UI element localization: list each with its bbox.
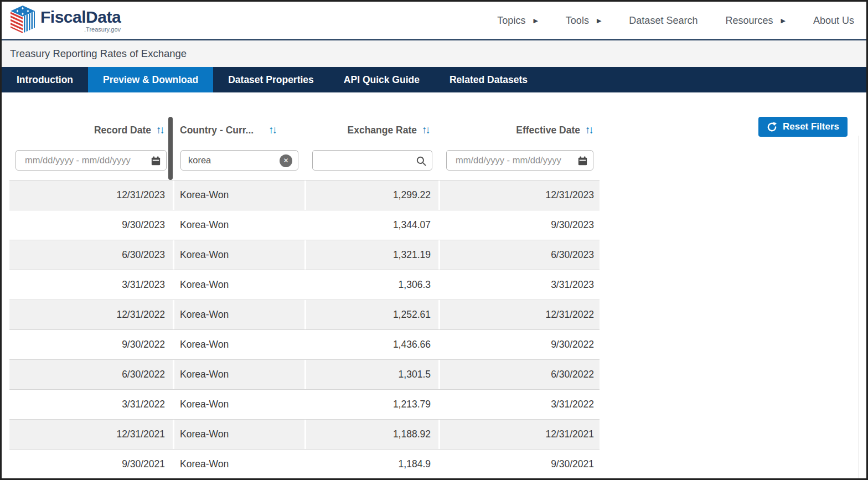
cell-country-currency: Korea-Won	[174, 300, 304, 329]
cell-exchange-rate: 1,301.5	[306, 360, 438, 389]
cell-effective-date: 3/31/2023	[440, 270, 600, 300]
cell-record-date: 12/31/2022	[9, 300, 173, 329]
cell-exchange-rate: 1,299.22	[306, 180, 438, 210]
table-row: 6/30/2023Korea-Won1,321.196/30/2023	[9, 240, 600, 270]
filter-value: korea	[188, 155, 211, 166]
sort-icon[interactable]: ↑↓	[585, 124, 594, 136]
table-head: Record Date ↑↓ Country - Curr... ↑↓ Exch…	[9, 116, 600, 180]
refresh-icon	[767, 122, 777, 132]
dataset-title-bar: Treasury Reporting Rates of Exchange	[2, 40, 866, 67]
caret-right-icon: ▶	[533, 18, 538, 24]
nav-label: About Us	[813, 15, 854, 27]
calendar-icon[interactable]	[151, 156, 161, 166]
cell-effective-date: 9/30/2021	[440, 450, 600, 479]
cell-country-currency: Korea-Won	[174, 450, 304, 479]
nav-item-topics[interactable]: Topics ▶	[497, 15, 538, 27]
sort-icon[interactable]: ↑↓	[422, 124, 431, 136]
site-header: FiscalData .Treasury.gov Topics ▶ Tools …	[2, 2, 866, 40]
filter-cell-record-date	[9, 144, 173, 173]
cell-record-date: 9/30/2021	[9, 450, 173, 479]
scroll-rail	[859, 136, 859, 480]
cell-effective-date: 9/30/2022	[440, 330, 600, 359]
cell-effective-date: 9/30/2023	[440, 210, 600, 240]
cell-country-currency: Korea-Won	[174, 240, 304, 270]
cell-country-currency: Korea-Won	[174, 330, 304, 359]
caret-right-icon: ▶	[597, 18, 601, 24]
cell-effective-date: 12/31/2022	[440, 300, 600, 329]
filter-row: korea ✕	[9, 144, 600, 173]
column-label: Country - Curr...	[180, 125, 254, 136]
cell-country-currency: Korea-Won	[174, 390, 304, 419]
main-nav: Topics ▶ Tools ▶ Dataset Search Resource…	[497, 15, 854, 27]
column-label: Record Date	[94, 125, 151, 136]
table-row: 6/30/2022Korea-Won1,301.56/30/2022	[9, 359, 600, 389]
nav-label: Resources	[725, 15, 773, 27]
cell-exchange-rate: 1,306.3	[306, 270, 438, 300]
column-label: Effective Date	[516, 125, 580, 136]
nav-label: Tools	[566, 15, 589, 27]
fiscaldata-logo[interactable]: FiscalData .Treasury.gov	[9, 5, 121, 37]
cell-record-date: 6/30/2023	[9, 240, 173, 270]
table-row: 12/31/2022Korea-Won1,252.6112/31/2022	[9, 300, 600, 329]
cell-exchange-rate: 1,252.61	[306, 300, 438, 329]
brand-name: FiscalData	[40, 9, 121, 25]
sort-icon[interactable]: ↑↓	[268, 124, 277, 136]
column-resize-handle[interactable]	[168, 117, 173, 180]
cell-effective-date: 12/31/2021	[440, 420, 600, 449]
clear-filter-icon[interactable]: ✕	[280, 154, 292, 167]
cell-record-date: 3/31/2022	[9, 390, 173, 419]
cell-exchange-rate: 1,213.79	[306, 390, 438, 419]
calendar-icon[interactable]	[578, 156, 587, 166]
cell-country-currency: Korea-Won	[174, 180, 304, 210]
tab-api-quick-guide[interactable]: API Quick Guide	[329, 67, 435, 92]
app-window: FiscalData .Treasury.gov Topics ▶ Tools …	[0, 0, 868, 480]
column-header-record-date[interactable]: Record Date ↑↓	[9, 124, 173, 136]
reset-filters-label: Reset Filters	[783, 121, 839, 132]
column-label: Exchange Rate	[348, 125, 417, 136]
header-row: Record Date ↑↓ Country - Curr... ↑↓ Exch…	[9, 116, 600, 144]
nav-label: Dataset Search	[629, 15, 698, 27]
cell-country-currency: Korea-Won	[174, 360, 304, 389]
record-date-filter-input[interactable]	[16, 150, 167, 171]
preview-content: Reset Filters Record Date ↑↓ Country - C…	[2, 116, 866, 480]
cell-record-date: 3/31/2023	[9, 270, 173, 300]
table-row: 9/30/2022Korea-Won1,436.669/30/2022	[9, 329, 600, 359]
exchange-rate-filter-input[interactable]	[312, 150, 432, 171]
nav-item-resources[interactable]: Resources ▶	[725, 15, 786, 27]
treasury-cube-icon	[9, 5, 36, 37]
table-row: 12/31/2023Korea-Won1,299.2212/31/2023	[9, 180, 600, 210]
cell-exchange-rate: 1,321.19	[306, 240, 438, 270]
cell-exchange-rate: 1,344.07	[306, 210, 438, 240]
nav-item-dataset-search[interactable]: Dataset Search	[629, 15, 698, 27]
nav-item-tools[interactable]: Tools ▶	[566, 15, 602, 27]
table-body: 12/31/2023Korea-Won1,299.2212/31/20239/3…	[9, 180, 600, 479]
table-row: 9/30/2023Korea-Won1,344.079/30/2023	[9, 210, 600, 240]
cell-record-date: 12/31/2021	[9, 420, 173, 449]
cell-effective-date: 12/31/2023	[440, 180, 600, 210]
table-row: 3/31/2023Korea-Won1,306.33/31/2023	[9, 270, 600, 300]
nav-label: Topics	[497, 15, 525, 27]
brand-subtitle: .Treasury.gov	[84, 26, 121, 33]
column-header-country-currency[interactable]: Country - Curr... ↑↓	[174, 124, 304, 136]
search-icon[interactable]	[416, 156, 426, 166]
tab-related-datasets[interactable]: Related Datasets	[435, 67, 542, 92]
cell-country-currency: Korea-Won	[174, 210, 304, 240]
column-header-exchange-rate[interactable]: Exchange Rate ↑↓	[306, 124, 438, 136]
cell-effective-date: 3/31/2022	[440, 390, 600, 419]
table-row: 9/30/2021Korea-Won1,184.99/30/2021	[9, 449, 600, 479]
column-header-effective-date[interactable]: Effective Date ↑↓	[440, 124, 600, 136]
tab-preview-download[interactable]: Preview & Download	[88, 67, 213, 92]
cell-record-date: 9/30/2022	[9, 330, 173, 359]
filter-cell-effective-date	[440, 144, 600, 173]
nav-item-about-us[interactable]: About Us	[813, 15, 854, 27]
exchange-rates-table: Record Date ↑↓ Country - Curr... ↑↓ Exch…	[9, 116, 600, 479]
sort-icon[interactable]: ↑↓	[156, 124, 165, 136]
table-row: 3/31/2022Korea-Won1,213.793/31/2022	[9, 389, 600, 419]
cell-exchange-rate: 1,436.66	[306, 330, 438, 359]
effective-date-filter-input[interactable]	[446, 150, 593, 171]
tab-dataset-properties[interactable]: Dataset Properties	[213, 67, 329, 92]
tab-introduction[interactable]: Introduction	[2, 67, 88, 92]
caret-right-icon: ▶	[781, 18, 785, 24]
dataset-tabbar: Introduction Preview & Download Dataset …	[2, 67, 866, 92]
reset-filters-button[interactable]: Reset Filters	[758, 117, 848, 137]
